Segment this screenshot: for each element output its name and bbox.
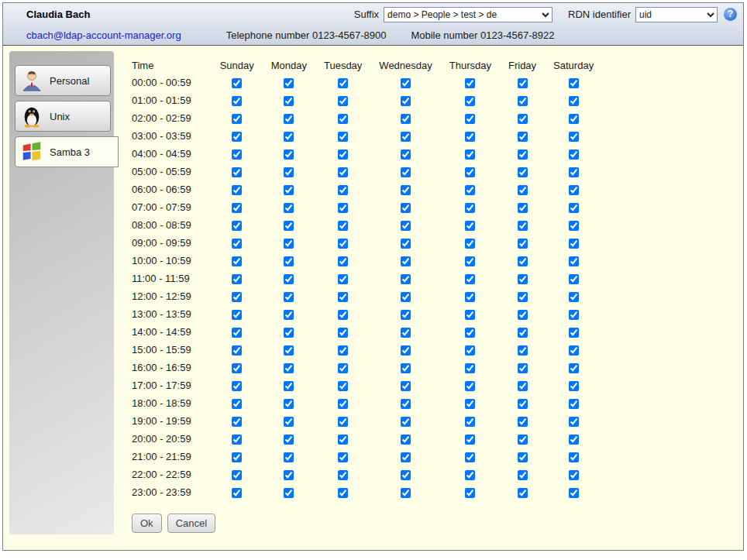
tab-samba3[interactable]: Samba 3 xyxy=(15,136,119,167)
hour-checkbox[interactable] xyxy=(284,399,294,409)
hour-checkbox[interactable] xyxy=(401,78,411,88)
hour-checkbox[interactable] xyxy=(232,399,242,409)
hour-checkbox[interactable] xyxy=(338,381,348,391)
hour-checkbox[interactable] xyxy=(232,132,242,142)
hour-checkbox[interactable] xyxy=(401,452,411,462)
rdn-identifier-select[interactable]: uid xyxy=(635,7,718,22)
hour-checkbox[interactable] xyxy=(338,149,348,160)
hour-checkbox[interactable] xyxy=(338,239,348,249)
hour-checkbox[interactable] xyxy=(518,435,528,445)
hour-checkbox[interactable] xyxy=(232,470,242,480)
hour-checkbox[interactable] xyxy=(338,452,348,462)
hour-checkbox[interactable] xyxy=(401,435,411,445)
hour-checkbox[interactable] xyxy=(284,292,294,302)
hour-checkbox[interactable] xyxy=(284,149,294,160)
hour-checkbox[interactable] xyxy=(232,167,242,177)
hour-checkbox[interactable] xyxy=(284,185,294,195)
hour-checkbox[interactable] xyxy=(338,96,348,106)
hour-checkbox[interactable] xyxy=(569,328,579,338)
hour-checkbox[interactable] xyxy=(338,310,348,320)
hour-checkbox[interactable] xyxy=(465,185,475,195)
hour-checkbox[interactable] xyxy=(232,203,242,213)
hour-checkbox[interactable] xyxy=(232,239,242,249)
hour-checkbox[interactable] xyxy=(232,274,242,284)
hour-checkbox[interactable] xyxy=(465,78,475,88)
hour-checkbox[interactable] xyxy=(338,399,348,409)
hour-checkbox[interactable] xyxy=(518,417,528,427)
hour-checkbox[interactable] xyxy=(401,239,411,249)
hour-checkbox[interactable] xyxy=(518,221,528,231)
hour-checkbox[interactable] xyxy=(569,256,579,266)
hour-checkbox[interactable] xyxy=(569,345,579,356)
hour-checkbox[interactable] xyxy=(401,345,411,356)
hour-checkbox[interactable] xyxy=(569,470,579,480)
hour-checkbox[interactable] xyxy=(465,96,475,106)
hour-checkbox[interactable] xyxy=(284,363,294,373)
hour-checkbox[interactable] xyxy=(232,452,242,462)
hour-checkbox[interactable] xyxy=(401,328,411,338)
hour-checkbox[interactable] xyxy=(232,417,242,427)
hour-checkbox[interactable] xyxy=(401,470,411,480)
hour-checkbox[interactable] xyxy=(232,488,242,498)
hour-checkbox[interactable] xyxy=(338,345,348,356)
hour-checkbox[interactable] xyxy=(338,363,348,373)
hour-checkbox[interactable] xyxy=(401,292,411,302)
hour-checkbox[interactable] xyxy=(569,417,579,427)
hour-checkbox[interactable] xyxy=(401,167,411,177)
hour-checkbox[interactable] xyxy=(569,310,579,320)
hour-checkbox[interactable] xyxy=(338,114,348,124)
hour-checkbox[interactable] xyxy=(401,132,411,142)
hour-checkbox[interactable] xyxy=(338,78,348,88)
hour-checkbox[interactable] xyxy=(465,239,475,249)
hour-checkbox[interactable] xyxy=(401,149,411,160)
hour-checkbox[interactable] xyxy=(284,96,294,106)
hour-checkbox[interactable] xyxy=(465,292,475,302)
hour-checkbox[interactable] xyxy=(284,345,294,356)
hour-checkbox[interactable] xyxy=(401,96,411,106)
hour-checkbox[interactable] xyxy=(518,185,528,195)
hour-checkbox[interactable] xyxy=(465,363,475,373)
hour-checkbox[interactable] xyxy=(465,256,475,266)
hour-checkbox[interactable] xyxy=(401,114,411,124)
hour-checkbox[interactable] xyxy=(569,399,579,409)
hour-checkbox[interactable] xyxy=(338,435,348,445)
hour-checkbox[interactable] xyxy=(465,114,475,124)
hour-checkbox[interactable] xyxy=(338,203,348,213)
hour-checkbox[interactable] xyxy=(232,345,242,356)
hour-checkbox[interactable] xyxy=(232,328,242,338)
hour-checkbox[interactable] xyxy=(338,274,348,284)
hour-checkbox[interactable] xyxy=(232,310,242,320)
hour-checkbox[interactable] xyxy=(518,114,528,124)
hour-checkbox[interactable] xyxy=(284,470,294,480)
hour-checkbox[interactable] xyxy=(569,363,579,373)
hour-checkbox[interactable] xyxy=(569,132,579,142)
hour-checkbox[interactable] xyxy=(465,328,475,338)
hour-checkbox[interactable] xyxy=(232,381,242,391)
hour-checkbox[interactable] xyxy=(232,78,242,88)
hour-checkbox[interactable] xyxy=(284,274,294,284)
hour-checkbox[interactable] xyxy=(284,452,294,462)
hour-checkbox[interactable] xyxy=(518,381,528,391)
hour-checkbox[interactable] xyxy=(338,221,348,231)
help-icon[interactable]: ? xyxy=(724,8,737,21)
hour-checkbox[interactable] xyxy=(465,310,475,320)
email-link[interactable]: cbach@ldap-account-manager.org xyxy=(26,29,181,41)
hour-checkbox[interactable] xyxy=(518,132,528,142)
hour-checkbox[interactable] xyxy=(569,381,579,391)
hour-checkbox[interactable] xyxy=(465,470,475,480)
cancel-button[interactable]: Cancel xyxy=(167,514,215,533)
hour-checkbox[interactable] xyxy=(518,345,528,356)
hour-checkbox[interactable] xyxy=(338,256,348,266)
hour-checkbox[interactable] xyxy=(338,132,348,142)
hour-checkbox[interactable] xyxy=(284,203,294,213)
hour-checkbox[interactable] xyxy=(284,488,294,498)
hour-checkbox[interactable] xyxy=(232,256,242,266)
hour-checkbox[interactable] xyxy=(465,167,475,177)
hour-checkbox[interactable] xyxy=(518,399,528,409)
hour-checkbox[interactable] xyxy=(569,488,579,498)
hour-checkbox[interactable] xyxy=(465,221,475,231)
hour-checkbox[interactable] xyxy=(518,203,528,213)
hour-checkbox[interactable] xyxy=(465,399,475,409)
hour-checkbox[interactable] xyxy=(518,78,528,88)
hour-checkbox[interactable] xyxy=(569,167,579,177)
